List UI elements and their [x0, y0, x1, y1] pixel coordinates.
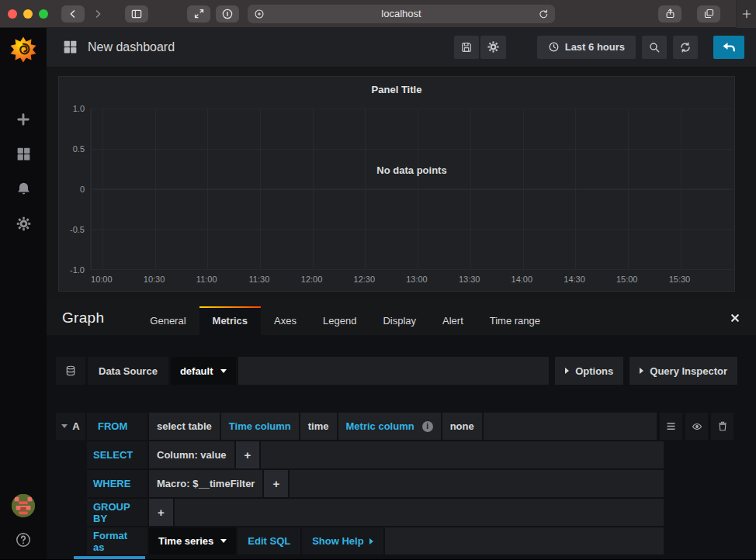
- time-range-label: Last 6 hours: [565, 41, 625, 53]
- query-editor: A FROM select table Time column time Met…: [56, 413, 733, 559]
- new-tab-button[interactable]: [736, 0, 756, 28]
- question-circle-icon: [15, 531, 32, 548]
- query-ref-toggle[interactable]: A: [56, 413, 85, 440]
- database-icon: [64, 365, 77, 377]
- address-bar[interactable]: localhost: [248, 5, 555, 23]
- format-as-select[interactable]: Time series: [149, 527, 236, 555]
- zoom-window-button[interactable]: [39, 9, 48, 19]
- dashboard-grid-icon: [62, 39, 78, 55]
- datasource-row: Data Source default Options Query Inspec…: [56, 357, 737, 385]
- sidebar-item-alerting[interactable]: [16, 181, 32, 197]
- sidebar-icon: [130, 8, 143, 20]
- query-menu-button[interactable]: [660, 413, 682, 440]
- toggle-query-visibility-button[interactable]: [685, 413, 708, 440]
- datasource-filler: [238, 357, 550, 385]
- row-filler: [385, 527, 664, 555]
- tab-general[interactable]: General: [137, 306, 199, 335]
- metric-column-value[interactable]: none: [442, 413, 482, 440]
- zoom-out-time-button[interactable]: [642, 36, 667, 59]
- y-axis-ticks: 1.0 0.5 0 -0.5 -1.0: [59, 103, 85, 275]
- help-button[interactable]: [15, 531, 32, 548]
- eye-icon: [691, 421, 703, 432]
- browser-chrome: localhost: [0, 0, 756, 28]
- go-back-button[interactable]: [713, 36, 744, 59]
- privacy-extension-button[interactable]: [216, 5, 239, 22]
- where-keyword: WHERE: [87, 470, 147, 497]
- add-groupby-part-button[interactable]: +: [149, 499, 173, 526]
- select-column-part[interactable]: Column: value: [149, 441, 234, 468]
- page-title[interactable]: New dashboard: [88, 40, 175, 54]
- y-tick: 0.5: [73, 143, 85, 154]
- chevron-right-icon: [92, 9, 103, 19]
- reload-icon[interactable]: [538, 9, 549, 19]
- edit-sql-button[interactable]: Edit SQL: [238, 527, 300, 555]
- graph-panel[interactable]: Panel Title No data points 1.0 0.5 0 -0.…: [58, 76, 735, 292]
- chevron-right-icon: [640, 368, 643, 374]
- browser-forward-button[interactable]: [86, 5, 109, 22]
- metrics-tab-content: Data Source default Options Query Inspec…: [47, 335, 756, 559]
- where-macro-part[interactable]: Macro: $__timeFilter: [149, 470, 262, 497]
- query-inspector-label: Query Inspector: [650, 365, 727, 377]
- time-column-part[interactable]: Time column: [221, 413, 299, 440]
- panel-title[interactable]: Panel Title: [59, 77, 734, 95]
- grafana-sidebar: [0, 28, 47, 559]
- sidebar-item-configuration[interactable]: [16, 216, 32, 232]
- query-row-where: WHERE Macro: $__timeFilter +: [87, 470, 664, 497]
- delete-query-button[interactable]: [711, 413, 733, 440]
- clock-icon: [548, 41, 560, 53]
- browser-back-button[interactable]: [61, 5, 85, 22]
- row-filler: [290, 470, 664, 497]
- add-select-part-button[interactable]: +: [236, 441, 260, 468]
- time-range-picker[interactable]: Last 6 hours: [537, 36, 636, 59]
- info-icon[interactable]: i: [422, 421, 433, 432]
- page-zoom-button[interactable]: [187, 5, 210, 22]
- dashboard-settings-button[interactable]: [480, 36, 506, 59]
- tab-alert[interactable]: Alert: [429, 306, 477, 335]
- show-help-button[interactable]: Show Help: [302, 527, 383, 555]
- panel-editor-tabs: Graph General Metrics Axes Legend Displa…: [47, 301, 756, 335]
- user-avatar[interactable]: [12, 494, 35, 517]
- metric-column-part[interactable]: Metric column i: [338, 413, 441, 440]
- tab-metrics[interactable]: Metrics: [199, 306, 262, 335]
- x-tick: 12:00: [286, 275, 338, 284]
- avatar-pixel-icon: [12, 494, 35, 517]
- add-where-part-button[interactable]: +: [264, 470, 288, 497]
- refresh-icon: [679, 41, 692, 54]
- bell-icon: [16, 181, 32, 197]
- circle-plus-icon: [254, 9, 265, 19]
- datasource-select[interactable]: default: [171, 357, 236, 385]
- table-select-part[interactable]: select table: [149, 413, 220, 440]
- time-column-value[interactable]: time: [300, 413, 337, 440]
- close-window-button[interactable]: [8, 9, 17, 19]
- dashboards-grid-icon: [16, 146, 32, 162]
- grafana-logo[interactable]: [9, 36, 37, 64]
- add-query-button[interactable]: [74, 556, 145, 559]
- refresh-dashboard-button[interactable]: [673, 36, 698, 59]
- y-tick: 1.0: [73, 103, 85, 114]
- save-dashboard-button[interactable]: [454, 36, 479, 59]
- close-icon: [730, 313, 740, 323]
- query-inspector-button[interactable]: Query Inspector: [629, 357, 737, 385]
- tab-legend[interactable]: Legend: [310, 306, 369, 335]
- extension-icon: [221, 8, 234, 20]
- tab-axes[interactable]: Axes: [261, 306, 310, 335]
- menu-icon: [665, 421, 677, 431]
- sidebar-item-create[interactable]: [16, 112, 31, 127]
- chevron-left-icon: [68, 9, 78, 19]
- format-as-label: Format as: [87, 527, 147, 555]
- sidebar-item-dashboards[interactable]: [16, 146, 32, 162]
- query-row-select: SELECT Column: value +: [87, 441, 664, 468]
- query-row-format: Format as Time series Edit SQL Show Help: [87, 527, 664, 555]
- minimize-window-button[interactable]: [23, 9, 33, 19]
- chevron-right-icon: [369, 538, 373, 544]
- close-editor-button[interactable]: [730, 313, 740, 323]
- window-controls: [8, 9, 48, 19]
- tab-display[interactable]: Display: [369, 306, 429, 335]
- x-tick: 15:30: [654, 275, 706, 284]
- y-tick: -0.5: [70, 224, 85, 235]
- sidebar-toggle-button[interactable]: [125, 5, 148, 22]
- options-toggle-button[interactable]: Options: [555, 357, 623, 385]
- tab-overview-button[interactable]: [697, 5, 720, 22]
- share-button[interactable]: [658, 5, 681, 22]
- tab-time-range[interactable]: Time range: [477, 306, 553, 335]
